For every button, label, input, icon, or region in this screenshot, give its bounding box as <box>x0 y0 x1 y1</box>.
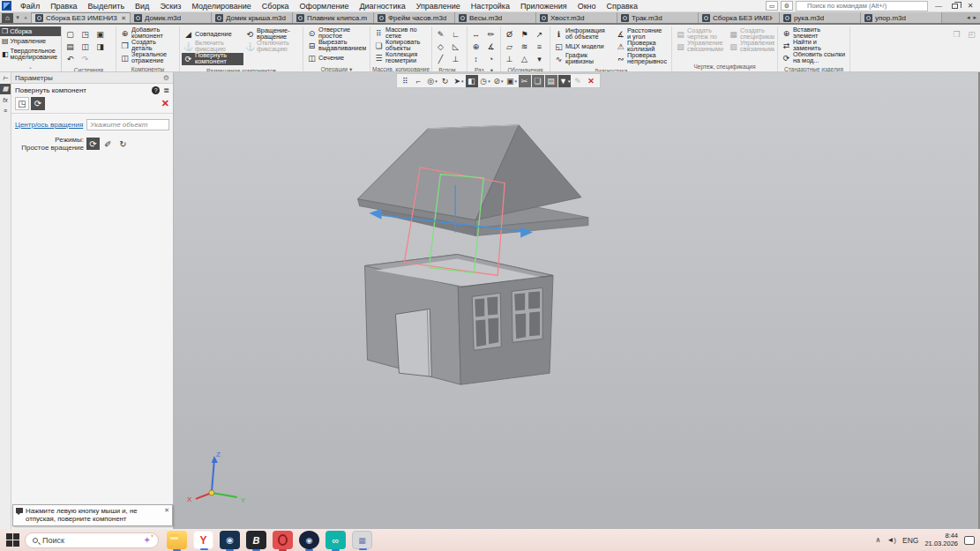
ribbon-button[interactable]: ◫ Сечение <box>305 52 368 64</box>
ribbon-panel-tab[interactable]: ◧ Твердотельное моделирование <box>0 46 61 62</box>
ribbon-button[interactable]: ⇄ Найти и заменить <box>780 40 848 52</box>
system-icon-button[interactable]: ▣ <box>94 28 107 40</box>
menu-item[interactable]: Справка <box>602 1 643 11</box>
view-toolbar-button[interactable]: ➤▾ <box>453 75 465 87</box>
ribbon-button[interactable]: ∿ График кривизны <box>552 53 614 65</box>
symbol-icon-button[interactable]: Ø <box>503 28 516 40</box>
extra-icon-button[interactable]: ◰ <box>965 28 978 40</box>
view-toolbar-button[interactable]: ⌐ <box>413 75 425 87</box>
tree-icon[interactable]: ≣ <box>163 86 169 94</box>
ribbon-panel-tab[interactable]: ❒ Сборка <box>0 26 61 36</box>
ribbon-button[interactable]: ⟳ Обновить ссылки на мод... <box>780 52 848 64</box>
view-toolbar-button[interactable]: ✂ <box>519 75 531 87</box>
document-tab[interactable]: Сборка БЕЗ ИМЕНИ2 <box>699 12 780 23</box>
side-strip-button[interactable]: ⊢ <box>0 73 11 84</box>
system-icon-button[interactable]: ◫ <box>79 41 92 52</box>
ribbon-button[interactable]: ▧ Управление связанными ч... <box>674 41 727 53</box>
menu-item[interactable]: Окно <box>572 1 602 11</box>
ribbon-button[interactable]: ⚠ Проверка коллизий <box>614 41 669 53</box>
document-tab[interactable]: Трак.m3d <box>617 12 699 23</box>
ribbon-button[interactable]: ℹ Информация об объекте <box>552 28 614 41</box>
taskbar-app-icon[interactable]: ◉ <box>220 531 240 549</box>
house-body[interactable] <box>365 255 554 385</box>
ribbon-panel-tab[interactable]: ▤ Управление <box>0 36 61 46</box>
view-toolbar-button[interactable]: ↻ <box>439 75 452 87</box>
document-tab[interactable]: Хвост.m3d <box>536 12 617 23</box>
document-tab[interactable]: Фрейм часов.m3d <box>374 12 455 23</box>
view-toolbar-button[interactable]: ◧ <box>466 75 478 87</box>
view-toolbar-button[interactable]: ✕ <box>585 75 597 87</box>
rotation-axis-link[interactable]: Центр/ось вращения <box>15 121 83 129</box>
taskbar-app-icon[interactable]: ∞ <box>325 531 346 549</box>
ribbon-button[interactable]: ⊙ Отверстие простое <box>305 27 368 40</box>
side-strip-button[interactable]: ▦ <box>0 84 11 94</box>
view-toolbar-button[interactable]: ⠿ <box>400 75 412 87</box>
ribbon-button[interactable]: ❒ Создать деталь <box>118 40 177 52</box>
gear-icon[interactable]: ⚙ <box>163 74 169 82</box>
ribbon-button[interactable]: ◱ МЦХ модели <box>552 41 614 53</box>
notification-icon[interactable] <box>964 536 975 545</box>
dimension-icon-button[interactable]: ✏ <box>484 28 497 40</box>
dimension-icon-button[interactable]: ↔ <box>469 28 483 40</box>
system-icon-button[interactable]: ◨ <box>94 41 107 52</box>
ribbon-button[interactable]: ⊕ Добавить компонент из... <box>118 27 177 40</box>
document-tab[interactable]: Весы.m3d <box>455 12 536 23</box>
ribbon-button[interactable]: ⠿ Массив по сетке <box>372 27 430 40</box>
ribbon-button[interactable]: ∡ Расстояние и угол <box>614 28 669 41</box>
cancel-command-icon[interactable]: ✕ <box>161 98 169 109</box>
side-strip-button[interactable]: fx <box>0 94 11 105</box>
symbol-icon-button[interactable]: △ <box>518 53 531 64</box>
dimension-icon-button[interactable]: ↕ <box>469 53 483 64</box>
document-tab[interactable]: Сборка БЕЗ ИМЕНИ3 ✕ <box>32 12 131 23</box>
view-toolbar-button[interactable]: ◎▾ <box>426 75 438 87</box>
taskbar-app-icon[interactable]: ▦ <box>352 531 372 549</box>
command-toggle-button[interactable]: ◳ <box>15 97 29 110</box>
extra-icon-button[interactable]: ❐ <box>950 28 963 40</box>
menu-item[interactable]: Вид <box>130 1 154 11</box>
side-strip-button[interactable]: ≡ <box>0 105 11 115</box>
ribbon-button[interactable]: ▦ Создать спецификаци... <box>727 28 776 41</box>
menu-item[interactable]: Настройка <box>466 1 515 11</box>
close-button[interactable]: ✕ <box>962 1 978 11</box>
symbol-icon-button[interactable]: ▾ <box>533 53 546 64</box>
taskbar-app-icon[interactable]: Y <box>193 531 213 549</box>
ribbon-button[interactable]: ◢ Совпадение <box>182 28 243 41</box>
taskbar-app-icon[interactable]: B <box>246 531 266 549</box>
document-tab[interactable]: рука.m3d <box>780 12 861 23</box>
object-select-input[interactable] <box>86 119 169 130</box>
tray-chevron-icon[interactable]: ∧ <box>876 536 881 544</box>
aux-icon-button[interactable]: ✎ <box>434 28 447 40</box>
view-toolbar-button[interactable]: ✎ <box>572 75 584 87</box>
menu-item[interactable]: Эскиз <box>154 1 186 11</box>
taskbar-search[interactable]: Поиск ✦ <box>25 532 159 548</box>
ribbon-button[interactable]: ❏ Копировать объекты <box>372 40 430 52</box>
aux-icon-button[interactable]: ◇ <box>434 41 447 52</box>
symbol-icon-button[interactable]: ⚑ <box>518 28 531 40</box>
document-tab[interactable]: Домик.m3d <box>131 12 212 23</box>
dimension-icon-button[interactable]: ◔ <box>484 53 497 64</box>
ribbon-button[interactable]: ▨ Управление связанными с... <box>727 41 776 53</box>
menu-item[interactable]: Приложения <box>515 1 572 11</box>
dimension-icon-button[interactable]: ∡ <box>484 41 497 52</box>
menu-item[interactable]: Выделить <box>83 1 131 11</box>
taskbar-app-icon[interactable] <box>167 531 187 549</box>
document-tab[interactable]: Домик крыша.m3d <box>212 12 293 23</box>
system-icon-button[interactable]: ▤ <box>64 41 77 52</box>
tab-scroll-right-icon[interactable]: ▸ <box>973 14 976 21</box>
system-icon-button[interactable]: ◳ <box>79 28 92 40</box>
interface-settings-icon[interactable]: ⚙ <box>781 1 793 11</box>
aux-icon-button[interactable]: ╱ <box>434 53 447 64</box>
minimize-button[interactable]: — <box>931 1 946 11</box>
taskbar-app-icon[interactable] <box>273 531 293 549</box>
command-toggle-button[interactable]: ⟳ <box>31 97 45 110</box>
rotation-mode-button[interactable]: ✐ <box>101 138 115 150</box>
symbol-icon-button[interactable]: ≋ <box>518 41 531 52</box>
rotation-mode-button[interactable]: ⟳ <box>86 138 100 150</box>
ribbon-collapse-icon[interactable]: ⌄ <box>0 63 61 71</box>
view-toolbar-button[interactable]: ◷▾ <box>479 75 491 87</box>
home-icon[interactable]: ⌂ <box>2 13 13 23</box>
document-tab[interactable]: Плавник клипса.m3d <box>293 12 374 23</box>
view-toolbar-button[interactable]: ⊘▾ <box>492 75 505 87</box>
tab-scroll-left-icon[interactable]: ◂ <box>967 14 970 21</box>
ribbon-button[interactable]: ⚓ Включить фиксацию <box>182 41 243 53</box>
